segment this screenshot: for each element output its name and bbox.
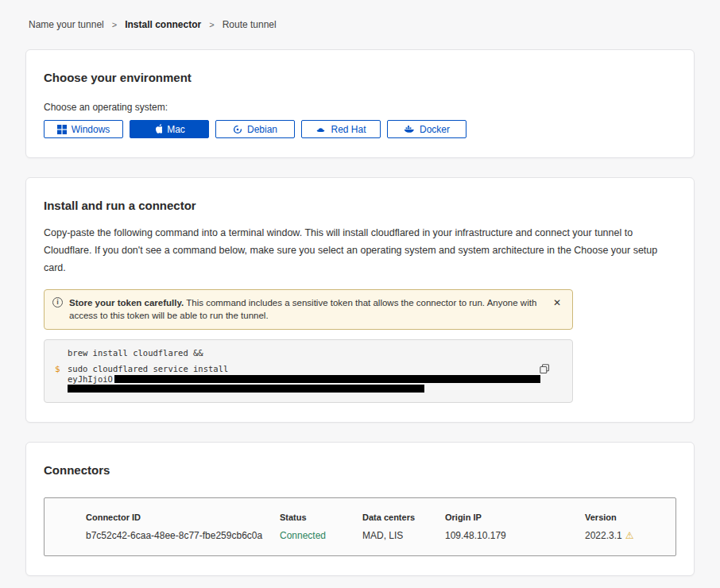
token-warning-banner: i Store your token carefully. This comma… bbox=[44, 289, 573, 330]
os-button-mac[interactable]: Mac bbox=[130, 120, 209, 138]
table-header-row: Connector ID Status Data centers Origin … bbox=[86, 513, 675, 522]
redacted-token-bar bbox=[114, 375, 540, 383]
cell-data-centers: MAD, LIS bbox=[362, 530, 445, 541]
os-button-label: Red Hat bbox=[331, 124, 366, 135]
cell-version: 2022.3.1⚠ bbox=[585, 530, 675, 541]
breadcrumb-step-name-tunnel[interactable]: Name your tunnel bbox=[29, 19, 104, 30]
install-card-description: Copy-paste the following command into a … bbox=[44, 225, 676, 277]
column-header-connector-id: Connector ID bbox=[86, 513, 280, 522]
os-button-windows[interactable]: Windows bbox=[44, 120, 123, 138]
table-row: b7c52c42-6caa-48ee-8c77-fbe259cb6c0a Con… bbox=[86, 530, 675, 541]
breadcrumb-step-install-connector[interactable]: Install connector bbox=[125, 19, 201, 30]
cell-origin-ip: 109.48.10.179 bbox=[445, 530, 585, 541]
os-button-docker[interactable]: Docker bbox=[387, 120, 466, 138]
os-button-debian[interactable]: Debian bbox=[215, 120, 295, 138]
redhat-icon bbox=[315, 125, 326, 134]
os-button-redhat[interactable]: Red Hat bbox=[301, 120, 381, 138]
column-header-data-centers: Data centers bbox=[362, 513, 445, 522]
breadcrumb-separator: > bbox=[112, 20, 117, 29]
token-warning-title: Store your token carefully. bbox=[69, 298, 184, 308]
breadcrumb: Name your tunnel > Install connector > R… bbox=[25, 0, 695, 30]
code-line-2: sudo cloudflared service install bbox=[68, 364, 540, 374]
docker-icon bbox=[404, 125, 415, 134]
close-icon[interactable]: ✕ bbox=[552, 297, 563, 308]
version-value: 2022.3.1 bbox=[585, 530, 622, 541]
environment-card: Choose your environment Choose an operat… bbox=[25, 49, 695, 158]
install-connector-card: Install and run a connector Copy-paste t… bbox=[25, 177, 695, 423]
code-token-line: eyJhIjoiO bbox=[68, 374, 540, 384]
connectors-card: Connectors Connector ID Status Data cent… bbox=[25, 442, 695, 576]
environment-card-title: Choose your environment bbox=[44, 71, 676, 84]
os-button-group: Windows Mac Debian Red Hat bbox=[44, 120, 676, 138]
os-select-label: Choose an operating system: bbox=[44, 102, 676, 113]
os-button-label: Debian bbox=[247, 124, 277, 135]
copy-icon[interactable] bbox=[538, 362, 552, 378]
column-header-version: Version bbox=[585, 513, 675, 522]
column-header-origin-ip: Origin IP bbox=[445, 513, 585, 522]
os-button-label: Mac bbox=[167, 124, 185, 135]
column-header-status: Status bbox=[280, 513, 362, 522]
apple-icon bbox=[153, 124, 162, 134]
breadcrumb-step-route-tunnel[interactable]: Route tunnel bbox=[223, 19, 277, 30]
connectors-table: Connector ID Status Data centers Origin … bbox=[44, 497, 676, 556]
redacted-token-bar bbox=[68, 385, 424, 393]
install-command-codeblock: $ brew install cloudflared && sudo cloud… bbox=[44, 339, 573, 403]
install-card-title: Install and run a connector bbox=[44, 199, 676, 212]
debian-icon bbox=[233, 125, 242, 134]
code-line-1: brew install cloudflared && bbox=[68, 348, 540, 358]
warning-icon: ⚠ bbox=[625, 530, 634, 541]
os-button-label: Windows bbox=[72, 124, 110, 135]
status-badge: Connected bbox=[280, 530, 362, 541]
shell-prompt: $ bbox=[55, 364, 60, 374]
connectors-card-title: Connectors bbox=[44, 463, 676, 477]
page-container: Name your tunnel > Install connector > R… bbox=[25, 0, 695, 588]
cell-connector-id: b7c52c42-6caa-48ee-8c77-fbe259cb6c0a bbox=[86, 530, 280, 541]
breadcrumb-separator: > bbox=[209, 20, 214, 29]
os-button-label: Docker bbox=[420, 124, 450, 135]
token-prefix: eyJhIjoiO bbox=[68, 374, 113, 384]
token-warning-text: Store your token carefully. This command… bbox=[69, 296, 545, 323]
info-icon: i bbox=[52, 297, 63, 308]
windows-icon bbox=[57, 125, 67, 134]
